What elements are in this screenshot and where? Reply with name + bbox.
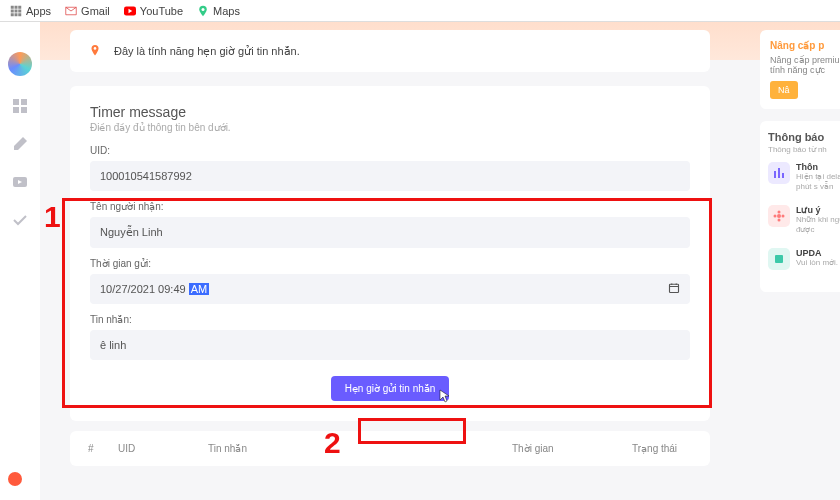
sidebar [0, 22, 40, 500]
svg-point-10 [202, 8, 205, 11]
svg-rect-5 [18, 9, 21, 12]
box-icon [768, 248, 790, 270]
svg-rect-7 [15, 13, 18, 16]
maps-icon [197, 5, 209, 17]
notif-item-title: Thôn [796, 162, 840, 172]
message-label: Tin nhắn: [90, 314, 690, 325]
svg-rect-0 [11, 5, 14, 8]
th-status: Trạng thái [632, 443, 692, 454]
bars-icon [768, 162, 790, 184]
notifications-card: Thông báo Thông báo từ nh ThônHiện tại d… [760, 121, 840, 292]
svg-rect-13 [13, 107, 19, 113]
edit-icon[interactable] [12, 136, 28, 152]
bookmark-label: YouTube [140, 5, 183, 17]
time-date-value: 10/27/2021 09:49 [100, 283, 186, 295]
pin-icon [88, 44, 102, 58]
gmail-icon [65, 5, 77, 17]
notif-item-text: Hiện tại delay phút s vẫn [796, 172, 840, 193]
svg-point-23 [778, 218, 781, 221]
upgrade-button[interactable]: Nâ [770, 81, 798, 99]
time-input[interactable]: 10/27/2021 09:49 AM [90, 274, 690, 304]
svg-point-24 [774, 214, 777, 217]
upgrade-title: Nâng cấp p [770, 40, 840, 51]
th-message: Tin nhắn [208, 443, 512, 454]
svg-rect-19 [778, 168, 780, 178]
notif-item-text: Vui lòn mới. X [796, 258, 840, 268]
bookmark-maps[interactable]: Maps [197, 5, 240, 17]
svg-rect-17 [670, 284, 679, 292]
bookmark-bar: Apps Gmail YouTube Maps [0, 0, 840, 22]
svg-rect-11 [13, 99, 19, 105]
submit-label: Hẹn giờ gửi tin nhắn [345, 383, 436, 394]
svg-rect-26 [775, 255, 783, 263]
page-content: Đây là tính năng hẹn giờ gửi tin nhắn. T… [40, 22, 840, 500]
time-label: Thời gian gửi: [90, 258, 690, 269]
recipient-input[interactable]: Nguyễn Linh [90, 217, 690, 248]
bookmark-gmail[interactable]: Gmail [65, 5, 110, 17]
upgrade-card: Nâng cấp p Nâng cấp premium, tính năng c… [760, 30, 840, 109]
svg-point-25 [782, 214, 785, 217]
apps-icon [10, 5, 22, 17]
uid-input[interactable]: 100010541587992 [90, 161, 690, 191]
svg-rect-1 [15, 5, 18, 8]
bookmark-label: Gmail [81, 5, 110, 17]
card-title: Timer message [90, 104, 690, 120]
table-header: # UID Tin nhắn Thời gian Trạng thái [70, 431, 710, 466]
upgrade-text: Nâng cấp premium, tính năng cực [770, 55, 840, 75]
notif-item[interactable]: ThônHiện tại delay phút s vẫn [768, 162, 840, 193]
svg-rect-18 [774, 171, 776, 178]
dashboard-icon[interactable] [12, 98, 28, 114]
bookmark-youtube[interactable]: YouTube [124, 5, 183, 17]
svg-rect-14 [21, 107, 27, 113]
notif-item[interactable]: Lưu ýNhữn khi ngư được [768, 205, 840, 236]
svg-rect-8 [18, 13, 21, 16]
right-column: Nâng cấp p Nâng cấp premium, tính năng c… [760, 30, 840, 292]
notif-item-title: UPDA [796, 248, 840, 258]
notif-item-text: Nhữn khi ngư được [796, 215, 840, 236]
svg-rect-3 [11, 9, 14, 12]
svg-rect-6 [11, 13, 14, 16]
calendar-icon[interactable] [668, 282, 680, 296]
card-subtitle: Điền đầy đủ thông tin bên dưới. [90, 122, 690, 133]
time-ampm-value: AM [189, 283, 210, 295]
play-icon[interactable] [12, 174, 28, 190]
th-time: Thời gian [512, 443, 632, 454]
notif-title: Thông báo [768, 131, 840, 143]
submit-button[interactable]: Hẹn giờ gửi tin nhắn [331, 376, 450, 401]
bookmark-label: Maps [213, 5, 240, 17]
check-icon[interactable] [12, 212, 28, 228]
notif-item-title: Lưu ý [796, 205, 840, 215]
notif-item[interactable]: UPDAVui lòn mới. X [768, 248, 840, 270]
svg-point-21 [777, 214, 781, 218]
svg-point-22 [778, 210, 781, 213]
bookmark-label: Apps [26, 5, 51, 17]
cursor-icon [439, 389, 451, 405]
svg-rect-2 [18, 5, 21, 8]
notif-subtitle: Thông báo từ nh [768, 145, 840, 154]
th-index: # [88, 443, 118, 454]
fab-button[interactable] [8, 472, 22, 486]
flower-icon [768, 205, 790, 227]
th-uid: UID [118, 443, 208, 454]
uid-label: UID: [90, 145, 690, 156]
banner-text: Đây là tính năng hẹn giờ gửi tin nhắn. [114, 45, 300, 58]
message-input[interactable]: ê linh [90, 330, 690, 360]
timer-message-card: Timer message Điền đầy đủ thông tin bên … [70, 86, 710, 421]
svg-rect-4 [15, 9, 18, 12]
youtube-icon [124, 5, 136, 17]
recipient-label: Tên người nhận: [90, 201, 690, 212]
svg-point-16 [94, 47, 97, 50]
svg-rect-20 [782, 173, 784, 178]
app-logo-icon[interactable] [8, 52, 32, 76]
info-banner: Đây là tính năng hẹn giờ gửi tin nhắn. [70, 30, 710, 72]
svg-rect-12 [21, 99, 27, 105]
bookmark-apps[interactable]: Apps [10, 5, 51, 17]
